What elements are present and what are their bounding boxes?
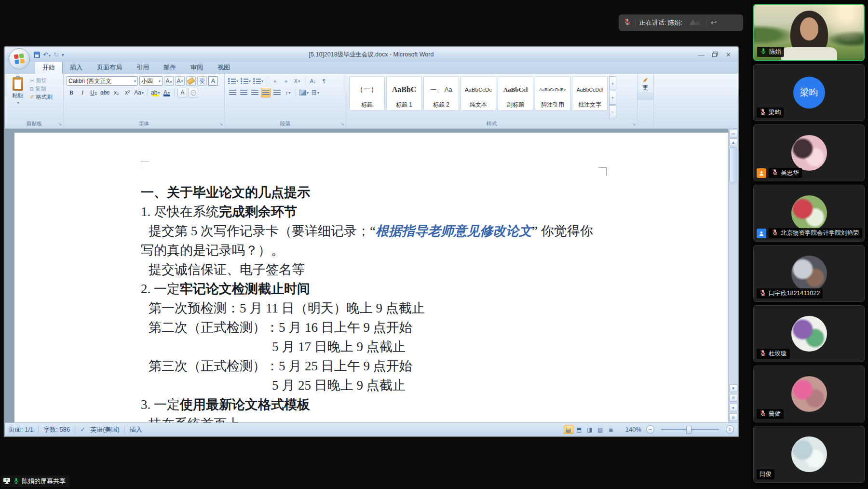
office-button[interactable] <box>9 48 30 69</box>
gallery-down-icon[interactable]: ▾ <box>609 91 616 105</box>
sort-button[interactable]: A↓ <box>308 76 318 86</box>
subscript-button[interactable]: x₂ <box>111 88 121 97</box>
copy-button[interactable]: ⧉复制 <box>30 85 53 93</box>
change-styles-button[interactable]: 更 <box>637 74 654 128</box>
underline-button[interactable]: U▾ <box>89 88 98 97</box>
multilevel-list-button[interactable]: ▾ <box>253 76 264 86</box>
fullscreen-reading-view-button[interactable]: ⬒ <box>574 425 584 434</box>
previous-page-icon[interactable]: ⇈ <box>729 394 737 402</box>
decrease-indent-button[interactable]: « <box>270 76 280 86</box>
shading-button[interactable]: ▾ <box>299 88 309 97</box>
participant-tile[interactable]: 闫俊 <box>753 426 865 483</box>
character-shading-button[interactable]: A <box>177 88 187 97</box>
word-count[interactable]: 字数: 586 <box>43 425 70 434</box>
participant-tile[interactable]: 梁昀梁昀 <box>753 64 865 121</box>
strikethrough-button[interactable]: abc <box>100 88 110 97</box>
grow-font-button[interactable]: A▴ <box>164 76 174 86</box>
character-border-button[interactable]: A <box>208 76 218 86</box>
insert-mode[interactable]: 插入 <box>130 425 142 434</box>
phonetic-guide-button[interactable]: 变 <box>197 76 207 86</box>
dialog-launcher-icon[interactable]: ↘ <box>632 122 636 126</box>
gallery-expand-icon[interactable]: ▿ <box>609 105 616 119</box>
zoom-level[interactable]: 140% <box>625 426 641 433</box>
distribute-button[interactable] <box>272 88 282 97</box>
zoom-out-button[interactable]: − <box>646 425 654 434</box>
font-color-button[interactable]: A▾ <box>162 88 171 97</box>
tab-页面布局[interactable]: 页面布局 <box>90 62 129 74</box>
tab-审阅[interactable]: 审阅 <box>183 62 210 74</box>
language-indicator[interactable]: 英语(美国) <box>90 425 120 434</box>
style-标题 2[interactable]: 一、 Aa标题 2 <box>423 76 459 111</box>
align-left-button[interactable] <box>228 88 237 97</box>
style-批注文字[interactable]: AaBbCcDdl批注文字 <box>572 76 608 111</box>
cut-button[interactable]: ✂剪切 <box>30 77 53 84</box>
redo-icon[interactable]: ↻ <box>54 51 59 58</box>
vertical-scrollbar[interactable]: ▭ ▲ ▼ ⇈ ● ⇊ <box>728 129 738 422</box>
style-标题[interactable]: （一）标题 <box>349 76 385 111</box>
participant-tile[interactable]: 杜玫璇 <box>753 305 865 362</box>
clear-formatting-button[interactable] <box>186 76 196 86</box>
highlight-button[interactable]: ab▾ <box>150 88 160 97</box>
change-case-button[interactable]: Aa▾ <box>134 88 144 97</box>
superscript-button[interactable]: x² <box>122 88 132 97</box>
tab-视图[interactable]: 视图 <box>210 62 237 74</box>
restore-button[interactable] <box>712 51 718 58</box>
zoom-slider[interactable] <box>661 429 719 430</box>
tab-开始[interactable]: 开始 <box>35 61 63 74</box>
zoom-in-button[interactable]: + <box>726 425 734 434</box>
gallery-up-icon[interactable]: ▴ <box>609 76 616 90</box>
dialog-launcher-icon[interactable]: ↘ <box>58 122 62 126</box>
draft-view-button[interactable]: ≣ <box>606 425 616 434</box>
enclose-characters-button[interactable]: ㊀ <box>189 88 198 97</box>
participant-tile[interactable]: 曹健 <box>753 366 865 422</box>
web-layout-view-button[interactable]: ◨ <box>585 425 595 434</box>
format-painter-button[interactable]: ✐格式刷 <box>30 94 53 101</box>
align-center-button[interactable] <box>239 88 248 97</box>
style-标题 1[interactable]: AaBbC标题 1 <box>386 76 422 111</box>
align-right-button[interactable] <box>250 88 259 97</box>
numbered-list-button[interactable]: ▾ <box>240 76 251 86</box>
page-indicator[interactable]: 页面: 1/1 <box>9 425 33 434</box>
close-button[interactable]: ✕ <box>726 51 731 58</box>
ruler-toggle-icon[interactable]: ▭ <box>729 130 737 137</box>
print-layout-view-button[interactable]: ▤ <box>564 425 573 434</box>
save-icon[interactable] <box>34 52 40 58</box>
minimize-button[interactable]: — <box>698 51 705 58</box>
outline-view-button[interactable]: ▨ <box>596 425 605 434</box>
scroll-down-icon[interactable]: ▼ <box>729 384 737 392</box>
tab-邮件[interactable]: 邮件 <box>156 62 183 74</box>
collapse-arrow-icon[interactable]: ↩ <box>711 18 717 27</box>
font-name-select[interactable]: Calibri (西文正文▾ <box>67 76 138 86</box>
asian-layout-button[interactable]: X▾ <box>292 76 302 86</box>
tab-插入[interactable]: 插入 <box>63 62 90 74</box>
style-脚注引用[interactable]: AaBbCcDdEe脚注引用 <box>535 76 570 111</box>
line-spacing-button[interactable]: ↕▾ <box>283 88 293 97</box>
dialog-launcher-icon[interactable]: ↘ <box>340 122 344 126</box>
scroll-thumb[interactable] <box>729 148 737 182</box>
participant-tile[interactable]: 闫宇欣1821411022 <box>753 245 865 302</box>
tab-引用[interactable]: 引用 <box>129 62 156 74</box>
customize-qat-icon[interactable]: ▾ <box>62 52 64 57</box>
scroll-up-icon[interactable]: ▲ <box>729 138 737 146</box>
spellcheck-icon[interactable]: ✓ <box>80 426 85 433</box>
show-marks-button[interactable]: ¶ <box>319 76 329 86</box>
participant-tile[interactable]: 北京物资学院会计学院刘艳荣 <box>753 185 865 242</box>
bold-button[interactable]: B <box>67 88 76 97</box>
style-纯文本[interactable]: AaBbCcDc纯文本 <box>461 76 496 111</box>
font-size-select[interactable]: 小四▾ <box>139 76 163 86</box>
justify-button[interactable] <box>261 88 271 97</box>
bullet-list-button[interactable]: ▾ <box>228 76 239 86</box>
participant-tile[interactable]: 吴忠华 <box>753 124 865 181</box>
dialog-launcher-icon[interactable]: ↘ <box>219 122 223 126</box>
participant-tile[interactable]: 陈娟 <box>753 4 865 61</box>
browse-object-icon[interactable]: ● <box>729 404 737 411</box>
borders-button[interactable]: 田▾ <box>311 88 320 97</box>
undo-icon[interactable]: ↶▾ <box>43 51 51 58</box>
italic-button[interactable]: I <box>78 88 87 97</box>
style-副标题[interactable]: AaBbCcl副标题 <box>498 76 533 111</box>
paste-button[interactable]: 粘贴 ▾ <box>8 76 28 119</box>
next-page-icon[interactable]: ⇊ <box>729 413 737 421</box>
document-page[interactable]: 一、关于毕业论文的几点提示1. 尽快在系统完成剩余环节提交第 5 次写作记录卡（… <box>14 133 728 422</box>
zoom-slider-thumb[interactable] <box>686 426 692 434</box>
increase-indent-button[interactable]: » <box>281 76 291 86</box>
